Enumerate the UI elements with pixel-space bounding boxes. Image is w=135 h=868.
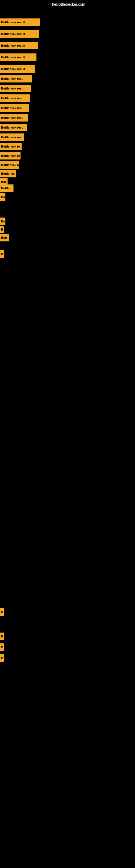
bottleneck-bar: Bottleneck result: [0, 42, 38, 50]
bottleneck-label: Bottleneck result: [1, 67, 25, 70]
bottleneck-label: Bottleneck resu: [1, 126, 24, 129]
bottleneck-bar: B: [0, 608, 4, 616]
bottleneck-bar: Bottleneck res: [0, 133, 24, 141]
bottleneck-bar: Bottleneck result: [0, 65, 35, 73]
bottleneck-bar: Bottleneck re: [0, 161, 19, 169]
bottleneck-label: Bottleneck resu: [1, 116, 24, 119]
bottleneck-bar: Bott: [0, 234, 9, 241]
bottleneck-bar: B: [0, 632, 4, 640]
bottleneck-label: Bottleneck resu: [1, 77, 24, 80]
bottleneck-bar: Bottlen: [0, 184, 13, 192]
bottleneck-bar: Bottleneck resu: [0, 124, 27, 131]
bottleneck-label: Bottleneck result: [1, 56, 25, 59]
bottleneck-label: B: [1, 635, 3, 638]
bottleneck-bar: B: [0, 250, 4, 258]
bottleneck-bar: Bo: [0, 218, 5, 225]
bottleneck-bar: Bottleneck resu: [0, 75, 32, 83]
bottleneck-label: Bottleneck re: [1, 163, 19, 166]
bottleneck-bar: Bottleneck resu: [0, 94, 30, 102]
bottleneck-bar: Bottleneck resu: [0, 104, 29, 112]
bottleneck-label: Bottleneck resu: [1, 97, 24, 100]
bottleneck-bar: B: [0, 654, 4, 662]
bottleneck-label: Bottleneck resu: [1, 87, 24, 90]
bottleneck-label: Bottlen: [1, 187, 11, 190]
bottleneck-bar: Bottleneck result: [0, 54, 37, 61]
bottleneck-bar: Bo: [0, 193, 5, 201]
bottleneck-label: Bott: [1, 236, 7, 239]
site-title: TheBottlenecker.com: [0, 0, 135, 9]
bottleneck-bar: B: [0, 226, 4, 233]
bottleneck-bar: B: [0, 643, 4, 651]
bottleneck-bar: Bottlenec: [0, 170, 16, 177]
bottleneck-label: Bo: [1, 195, 5, 198]
bottleneck-bar: Bottleneck resu: [0, 85, 31, 92]
page-wrapper: TheBottlenecker.com Bottleneck resultBot…: [0, 0, 135, 868]
bottleneck-label: B: [1, 646, 3, 649]
bottleneck-label: B: [1, 252, 3, 255]
bottleneck-label: B: [1, 228, 3, 231]
bottleneck-label: B: [1, 610, 3, 614]
bottleneck-label: Bottleneck resu: [1, 106, 24, 110]
bottleneck-label: Bottleneck result: [1, 32, 25, 35]
bottleneck-label: Bo: [1, 220, 5, 223]
bottleneck-label: Bottleneck re: [1, 145, 20, 148]
bottleneck-bar: Bottleneck result: [0, 19, 40, 26]
bottleneck-label: Bottleneck result: [1, 44, 25, 47]
bottleneck-label: Bottlenec: [1, 172, 14, 175]
bottleneck-bar: Bottleneck re: [0, 143, 21, 150]
bottleneck-label: Bot: [1, 180, 6, 183]
bottleneck-bar: Bottleneck resu: [0, 114, 28, 122]
bars-container: Bottleneck resultBottleneck resultBottle…: [0, 9, 135, 863]
bottleneck-label: Bottleneck res: [1, 135, 21, 139]
bottleneck-label: B: [1, 656, 3, 660]
bottleneck-bar: Bottleneck result: [0, 30, 39, 38]
bottleneck-label: Bottleneck result: [1, 21, 25, 24]
bottleneck-label: Bottleneck re: [1, 154, 20, 157]
bottleneck-bar: Bottleneck re: [0, 152, 20, 159]
